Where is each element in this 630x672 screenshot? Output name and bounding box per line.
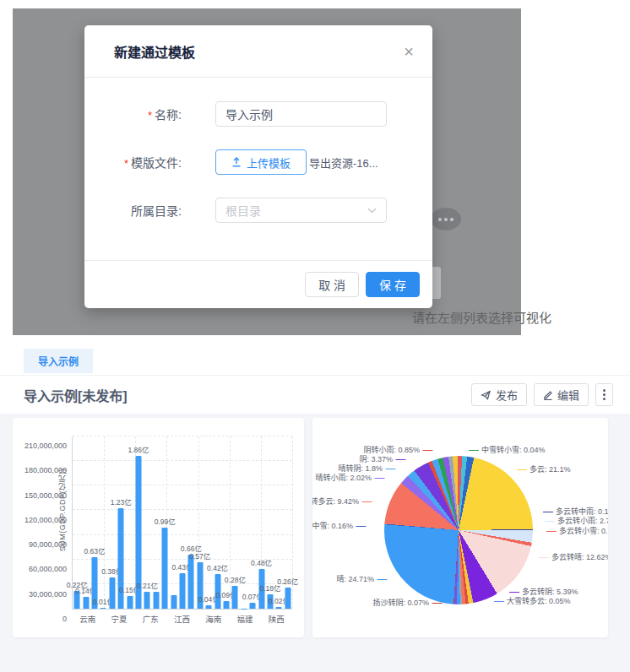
bar-value-label: 0.26亿 — [277, 576, 298, 586]
label-leader-line — [546, 531, 557, 532]
upload-button-label: 上传模板 — [247, 154, 291, 171]
page-title: 导入示例[未发布] — [24, 385, 128, 405]
name-field-row: *名称: 导入示例 — [84, 101, 432, 127]
name-field-label: 名称: — [155, 108, 182, 122]
pie-slice-label: 多云转晴: 12.62% — [539, 553, 608, 561]
label-leader-line — [539, 557, 549, 558]
title-row: 导入示例[未发布] 发布 编辑 — [0, 376, 630, 414]
masked-background: 请在左侧列表选择可视化 新建通过模板 × *名称: 导入示例 *模版文件: 上传… — [0, 0, 630, 338]
pie-slice-label: 大雪转多云: 0.05% — [494, 597, 571, 605]
dialog-footer: 取 消 保 存 — [84, 260, 432, 308]
bar-chart-y-tick: 90,000,000 — [13, 540, 67, 549]
label-leader-line — [545, 521, 555, 522]
bar-value-label: 0.48亿 — [251, 557, 272, 567]
dialog-title: 新建通过模板 — [114, 41, 195, 62]
pie-slice-label: 多云转小雪: 0.75% — [546, 527, 608, 535]
bar-chart-plot: 0.22亿0.14亿0.63亿0.01亿0.38亿1.23亿0.15亿1.86亿… — [72, 436, 292, 610]
pie-slice-label: 晴转阴: 1.8% — [338, 464, 395, 473]
save-button[interactable]: 保 存 — [366, 272, 420, 297]
pie-slice-label: 晴转小雨: 2.02% — [315, 474, 384, 482]
bar-value-label: 1.86亿 — [128, 444, 149, 454]
bar-chart-y-axis-title: SUM(GDP.GDP(亿元)) — [57, 469, 68, 551]
chevron-down-icon — [367, 208, 377, 214]
name-input[interactable]: 导入示例 — [215, 101, 387, 127]
bar-chart-x-tick: 江西 — [166, 613, 198, 625]
pie-slice-label: 晴: 24.71% — [336, 575, 387, 583]
bar-chart-x-tick: 广东 — [135, 613, 166, 625]
publish-button[interactable]: 发布 — [471, 383, 527, 406]
bar-chart-y-tick: 30,000,000 — [13, 590, 67, 599]
bar[interactable] — [162, 528, 168, 609]
charts-area: SUM(GDP.GDP(亿元)) 030,000,00060,000,00090… — [0, 414, 630, 672]
tab-bar: 导入示例 — [0, 338, 630, 376]
bar-value-label: 0.42亿 — [207, 562, 228, 572]
required-asterisk: * — [148, 109, 152, 122]
pie-slice-label: 中雪转小雪: 0.04% — [469, 446, 546, 454]
ellipsis-bubble-icon — [431, 208, 461, 230]
bar[interactable] — [285, 588, 291, 609]
label-leader-line — [517, 469, 527, 470]
bar[interactable] — [276, 607, 282, 609]
bar-chart-y-tick: 210,000,000 — [13, 442, 67, 450]
bar-value-label: 0.63亿 — [84, 545, 105, 555]
bar-chart-y-tick: 120,000,000 — [13, 516, 67, 524]
pie-slice-label: 多云: 21.1% — [517, 465, 571, 474]
pie-slice-label: 晴转中雪: 0.16% — [312, 522, 366, 530]
close-icon[interactable]: × — [404, 43, 414, 60]
pie-chart-card[interactable]: 多云: 21.1%多云转中雨: 0.11%多云转小雨: 2.74%多云转小雪: … — [312, 418, 608, 637]
bar[interactable] — [180, 573, 186, 609]
pie-slice-label: 阴转小雨: 0.85% — [363, 446, 432, 454]
bar[interactable] — [250, 603, 256, 609]
pie-slice-label: 多云转阴: 5.39% — [509, 588, 578, 596]
required-asterisk: * — [124, 157, 128, 170]
bar[interactable] — [153, 592, 159, 609]
cancel-button[interactable]: 取 消 — [305, 272, 359, 297]
dialog-header: 新建通过模板 × — [84, 25, 432, 78]
empty-state-hint: 请在左侧列表选择可视化 — [412, 308, 551, 326]
upload-icon — [231, 157, 242, 167]
bar[interactable] — [127, 596, 133, 609]
more-button[interactable] — [595, 383, 613, 406]
uploaded-file-name: 导出资源-16... — [309, 154, 378, 171]
dashboard-section: 导入示例 导入示例[未发布] 发布 编辑 SUM(GDP.GDP(亿元)) 03… — [0, 338, 630, 672]
label-leader-line — [385, 469, 395, 469]
folder-select-placeholder: 根目录 — [225, 202, 261, 219]
file-field-label: 模版文件: — [131, 156, 182, 170]
bar[interactable] — [224, 601, 230, 609]
upload-template-button[interactable]: 上传模板 — [215, 149, 307, 175]
folder-field-row: 所属目录: 根目录 — [84, 198, 432, 223]
label-leader-line — [395, 459, 405, 460]
bar-value-label: 1.23亿 — [111, 496, 132, 507]
label-leader-line — [469, 450, 479, 451]
pie-slice-label: 晴转多云: 9.42% — [312, 497, 372, 506]
bar[interactable] — [83, 597, 89, 609]
bar-chart-y-tick: 180,000,000 — [13, 466, 67, 474]
pencil-icon — [543, 390, 553, 400]
bar-chart-y-tick: 0 — [13, 615, 67, 623]
label-leader-line — [361, 501, 372, 502]
edit-button[interactable]: 编辑 — [534, 383, 589, 406]
bar-value-label: 0.57亿 — [189, 550, 210, 561]
publish-button-label: 发布 — [496, 387, 518, 403]
label-leader-line — [422, 450, 432, 451]
bar[interactable] — [109, 577, 115, 609]
bar[interactable] — [232, 586, 238, 609]
bar[interactable] — [100, 608, 106, 609]
bar[interactable] — [206, 605, 212, 609]
folder-select[interactable]: 根目录 — [215, 198, 387, 223]
bar[interactable] — [144, 592, 150, 609]
bar-value-label: 0.99亿 — [155, 516, 176, 526]
tab-import-example[interactable]: 导入示例 — [24, 349, 93, 373]
label-leader-line — [356, 526, 366, 527]
bar-chart-card[interactable]: SUM(GDP.GDP(亿元)) 030,000,00060,000,00090… — [13, 418, 304, 637]
more-icon — [603, 389, 606, 400]
bar-chart-y-tick: 60,000,000 — [13, 565, 67, 573]
bar-value-label: 0.21亿 — [137, 580, 158, 590]
label-leader-line — [374, 478, 384, 479]
edit-button-label: 编辑 — [557, 387, 579, 403]
bar[interactable] — [188, 555, 194, 609]
template-file-row: *模版文件: 上传模板 导出资源-16... — [84, 149, 432, 175]
bar-chart-y-tick: 150,000,000 — [13, 491, 67, 500]
bar[interactable] — [171, 595, 177, 610]
bar-chart-x-tick: 福建 — [229, 613, 260, 625]
